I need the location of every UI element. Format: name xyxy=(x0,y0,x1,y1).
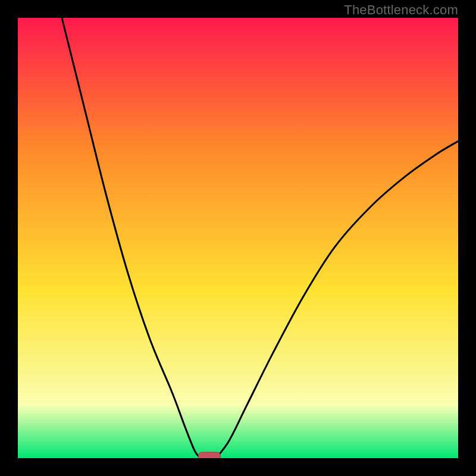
optimum-marker xyxy=(198,452,220,458)
plot-area xyxy=(18,18,458,458)
chart-frame: TheBottleneck.com xyxy=(0,0,476,476)
watermark-text: TheBottleneck.com xyxy=(344,2,458,18)
chart-svg xyxy=(18,18,458,458)
gradient-background xyxy=(18,18,458,458)
